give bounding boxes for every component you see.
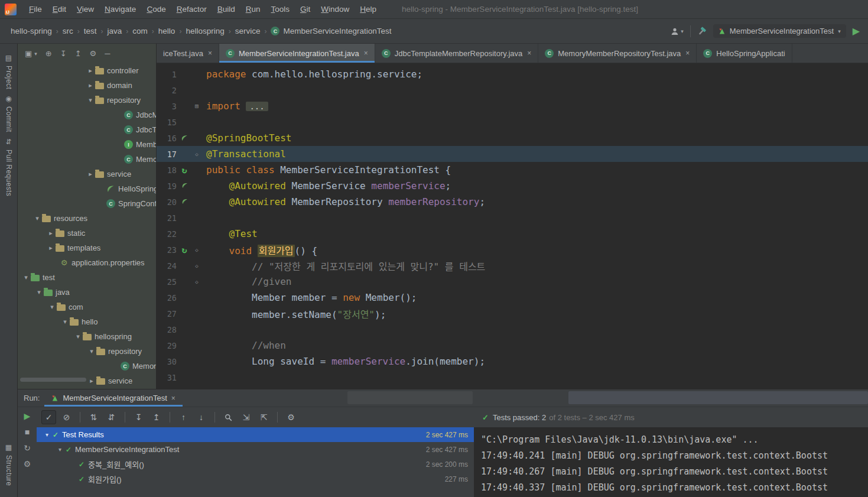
close-icon[interactable]: × [208, 49, 212, 57]
fold-marker[interactable]: ◇ [192, 279, 201, 285]
code-editor[interactable]: 1package com.hello.hellospring.service;2… [157, 63, 868, 389]
menu-edit[interactable]: Edit [47, 5, 71, 14]
code-line-23[interactable]: 23↻◇ void 회원가입() { [157, 242, 868, 258]
menu-window[interactable]: Window [316, 5, 355, 14]
previous-failed-test-icon[interactable]: ↑ [176, 410, 191, 424]
editor-tab-memberserviceintegrationtest-java[interactable]: CMemberServiceIntegrationTest.java× [219, 44, 375, 63]
tree-item-domain[interactable]: ▸domain [18, 78, 156, 93]
code-line-15[interactable]: 15 [157, 114, 868, 130]
code-line-27[interactable]: 27 member.setName("장서연"); [157, 306, 868, 321]
menu-run[interactable]: Run [240, 5, 266, 14]
chevron-down-icon[interactable]: ▾ [60, 318, 70, 326]
code-line-21[interactable]: 21 [157, 210, 868, 226]
tree-item-hello[interactable]: ▾hello [18, 314, 156, 329]
breadcrumb-item-hello-spring[interactable]: hello-spring [11, 27, 52, 35]
tree-item-application-properties[interactable]: ⚙application.properties [18, 255, 156, 270]
menu-git[interactable]: Git [295, 5, 316, 14]
view-mode-icon[interactable]: ▣ [25, 49, 32, 58]
editor-tab-memorymemberrepositorytest-java[interactable]: CMemoryMemberRepositoryTest.java× [538, 44, 697, 63]
show-ignored-toggle[interactable]: ⊘ [59, 410, 74, 424]
code-line-19[interactable]: 19 @Autowired MemberService memberServic… [157, 178, 868, 194]
tree-item-java[interactable]: ▾java [18, 285, 156, 300]
rerun-gutter-icon[interactable]: ↻ [177, 165, 192, 176]
stripe-item-pull-requests[interactable]: ⇵Pull Requests [5, 138, 13, 196]
fold-marker[interactable]: ◇ [192, 151, 201, 157]
chevron-down-icon[interactable]: ▾ [87, 347, 96, 355]
breadcrumb-item-hello[interactable]: hello [158, 27, 175, 35]
test-tree-item-중복-회원-예외[interactable]: ✓중복_회원_예외()2 sec 200 ms [37, 457, 474, 472]
code-line-18[interactable]: 18↻public class MemberServiceIntegration… [157, 162, 868, 178]
chevron-down-icon[interactable]: ▾ [43, 431, 51, 438]
menu-help[interactable]: Help [355, 5, 382, 14]
sort-alphabetically-icon[interactable]: ⇅ [86, 410, 101, 424]
chevron-right-icon[interactable]: ▸ [46, 244, 56, 252]
tree-item-hellospring[interactable]: ▾hellospring [18, 329, 156, 344]
tree-item-springconfi[interactable]: CSpringConfi [18, 196, 156, 211]
chevron-down-icon[interactable]: ▾ [73, 333, 83, 340]
code-line-2[interactable]: 2 [157, 82, 868, 98]
find-icon[interactable] [221, 410, 236, 424]
test-tree-item-test-results[interactable]: ▾✓Test Results2 sec 427 ms [37, 427, 474, 442]
run-config-selector[interactable]: MemberServiceIntegrationTest ▾ [713, 24, 846, 38]
breadcrumb-item-hellospring[interactable]: hellospring [186, 27, 224, 35]
rerun-gutter-icon[interactable]: ↻ [177, 245, 192, 255]
select-opened-file-icon[interactable]: ⊕ [45, 49, 52, 58]
code-line-20[interactable]: 20 @Autowired MemberRepository memberRep… [157, 194, 868, 210]
breadcrumb-item-test[interactable]: test [84, 27, 97, 35]
tree-item-repository[interactable]: ▾repository [18, 93, 156, 108]
hide-panel-icon[interactable]: ─ [105, 49, 110, 58]
code-line-30[interactable]: 30 Long saveId = memberService.join(memb… [157, 353, 868, 369]
stop-tests-icon[interactable]: ■ [25, 428, 30, 436]
menu-code[interactable]: Code [141, 5, 171, 14]
tree-item-jdbcmer[interactable]: CJdbcMer [18, 108, 156, 122]
build-hammer-icon[interactable] [697, 27, 707, 36]
chevron-down-icon[interactable]: ▾ [34, 51, 37, 57]
chevron-right-icon[interactable]: ▸ [46, 229, 56, 237]
code-line-1[interactable]: 1package com.hello.hellospring.service; [157, 66, 868, 82]
tree-item-resources[interactable]: ▾resources [18, 211, 156, 226]
editor-tab-icetest-java[interactable]: iceTest.java× [157, 44, 219, 63]
code-line-17[interactable]: 17◇@Transactional [157, 146, 868, 162]
breadcrumb-item-java[interactable]: java [108, 27, 122, 35]
chevron-down-icon[interactable]: ▾ [21, 274, 31, 281]
tree-item-repository[interactable]: ▾repository [18, 344, 156, 359]
tree-item-jdbctem[interactable]: CJdbcTem [18, 122, 156, 137]
close-icon[interactable]: × [685, 49, 690, 57]
test-tree-item-회원가입[interactable]: ✓회원가입()227 ms [37, 472, 474, 486]
tree-item-test[interactable]: ▾test [18, 270, 156, 285]
close-icon[interactable]: × [171, 394, 175, 402]
chevron-down-icon[interactable]: ▾ [56, 446, 64, 453]
rerun-tests-icon[interactable]: ▶ [24, 412, 31, 420]
stripe-item-structure[interactable]: ▦Structure [5, 443, 13, 486]
tree-item-memory[interactable]: CMemory [18, 359, 156, 373]
code-line-29[interactable]: 29 //when [157, 337, 868, 353]
tree-item-hellospring[interactable]: HelloSpring [18, 181, 156, 196]
menu-build[interactable]: Build [212, 5, 240, 14]
chevron-right-icon[interactable]: ▸ [86, 170, 95, 178]
close-icon[interactable]: × [527, 49, 531, 57]
chevron-right-icon[interactable]: ▸ [86, 82, 95, 89]
run-tab[interactable]: MemberServiceIntegrationTest × [44, 389, 182, 407]
export-results-icon[interactable]: ⇱ [256, 410, 271, 424]
fold-marker[interactable]: ◇ [192, 263, 201, 269]
code-line-24[interactable]: 24◇ // "저장한 게 리포지토리에 있는게 맞니?" 를 테스트 [157, 258, 868, 274]
folded-imports[interactable]: ... [246, 102, 268, 111]
close-icon[interactable]: × [364, 49, 368, 57]
settings-gear-icon[interactable]: ⚙ [90, 49, 97, 58]
bean-gutter-icon[interactable] [177, 183, 192, 189]
menu-file[interactable]: File [24, 5, 47, 14]
stripe-item-project[interactable]: ▤Project [5, 54, 13, 89]
chevron-right-icon[interactable]: ▸ [86, 67, 95, 74]
tree-item-member[interactable]: IMember [18, 137, 156, 152]
project-tree[interactable]: ▸controller▸domain▾repositoryCJdbcMerCJd… [18, 63, 156, 389]
chevron-down-icon[interactable]: ▾ [47, 303, 57, 311]
menu-navigate[interactable]: Navigate [99, 5, 141, 14]
tree-item-static[interactable]: ▸static [18, 226, 156, 241]
chevron-down-icon[interactable]: ▾ [86, 96, 95, 104]
fold-marker[interactable]: ◇ [192, 247, 201, 253]
user-icon[interactable]: ▾ [671, 27, 684, 35]
menu-tools[interactable]: Tools [266, 5, 295, 14]
tree-item-com[interactable]: ▾com [18, 300, 156, 314]
fold-marker[interactable]: ⊞ [192, 102, 201, 110]
import-results-icon[interactable]: ⇲ [239, 410, 253, 424]
